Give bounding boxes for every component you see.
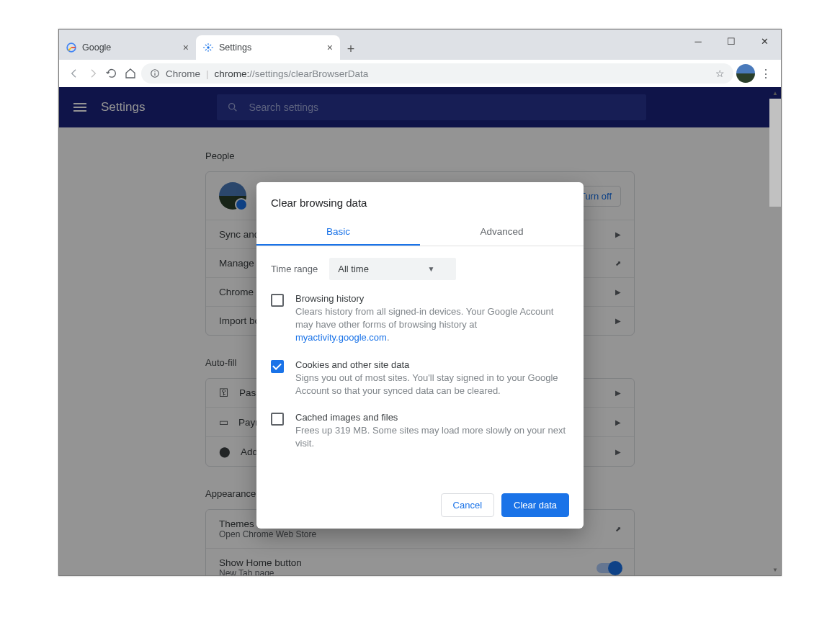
tab-title: Google: [82, 42, 111, 53]
reload-button[interactable]: [104, 66, 120, 81]
myactivity-link[interactable]: myactivity.google.com: [295, 332, 387, 343]
dialog-buttons: Cancel Clear data: [271, 493, 569, 517]
menu-button[interactable]: ⋮: [758, 66, 774, 81]
minimize-button[interactable]: ─: [682, 30, 715, 53]
maximize-button[interactable]: ☐: [715, 30, 748, 53]
clear-data-button[interactable]: Clear data: [501, 493, 569, 517]
tab-close-icon[interactable]: ×: [327, 42, 333, 53]
svg-point-1: [207, 46, 210, 49]
time-range-row: Time range All time ▼: [271, 258, 569, 280]
back-button[interactable]: [66, 66, 82, 81]
close-button[interactable]: ✕: [748, 30, 781, 53]
browser-window: Google × Settings × + ─ ☐ ✕ Chrome | chr…: [58, 29, 782, 576]
tab-settings[interactable]: Settings ×: [196, 35, 340, 60]
checkbox-history[interactable]: [271, 294, 284, 307]
tab-google[interactable]: Google ×: [59, 35, 196, 60]
address-url: chrome://settings/clearBrowserData: [215, 68, 369, 79]
scrollbar-thumb[interactable]: [769, 99, 781, 207]
option-title: Cookies and other site data: [295, 359, 569, 370]
checkbox-cookies[interactable]: [271, 360, 284, 373]
time-range-select[interactable]: All time ▼: [329, 258, 456, 280]
option-desc: Frees up 319 MB. Some sites may load mor…: [295, 424, 569, 450]
option-title: Browsing history: [295, 293, 569, 304]
window-controls: ─ ☐ ✕: [682, 30, 781, 53]
scroll-up-icon[interactable]: ▲: [769, 87, 781, 99]
scroll-down-icon[interactable]: ▼: [769, 564, 781, 575]
clear-data-dialog: Clear browsing data Basic Advanced Time …: [256, 182, 584, 529]
checkbox-cache[interactable]: [271, 413, 284, 426]
gear-icon: [203, 42, 213, 53]
option-desc: Signs you out of most sites. You'll stay…: [295, 372, 569, 397]
svg-point-3: [154, 71, 155, 72]
address-label: Chrome: [166, 68, 200, 79]
option-title: Cached images and files: [295, 412, 569, 423]
info-icon: [150, 68, 160, 78]
google-icon: [66, 42, 76, 53]
dialog-title: Clear browsing data: [271, 197, 569, 209]
option-history: Browsing history Clears history from all…: [271, 293, 569, 345]
forward-button[interactable]: [85, 66, 101, 81]
toolbar: Chrome | chrome://settings/clearBrowserD…: [59, 60, 781, 87]
option-desc: Clears history from all signed-in device…: [295, 305, 569, 345]
option-cache: Cached images and files Frees up 319 MB.…: [271, 412, 569, 450]
time-range-label: Time range: [271, 264, 318, 274]
chevron-down-icon: ▼: [427, 265, 434, 273]
home-button[interactable]: [122, 66, 138, 81]
tab-title: Settings: [219, 42, 251, 53]
new-tab-button[interactable]: +: [340, 38, 362, 60]
tab-close-icon[interactable]: ×: [183, 42, 189, 53]
profile-avatar[interactable]: [736, 64, 755, 83]
address-bar[interactable]: Chrome | chrome://settings/clearBrowserD…: [141, 63, 733, 84]
star-icon[interactable]: ☆: [715, 68, 725, 79]
tab-strip: Google × Settings × + ─ ☐ ✕: [59, 30, 781, 60]
cancel-button[interactable]: Cancel: [441, 493, 494, 517]
tab-basic[interactable]: Basic: [256, 219, 420, 246]
dialog-tabs: Basic Advanced: [256, 219, 584, 246]
option-cookies: Cookies and other site data Signs you ou…: [271, 359, 569, 397]
tab-advanced[interactable]: Advanced: [420, 219, 584, 246]
